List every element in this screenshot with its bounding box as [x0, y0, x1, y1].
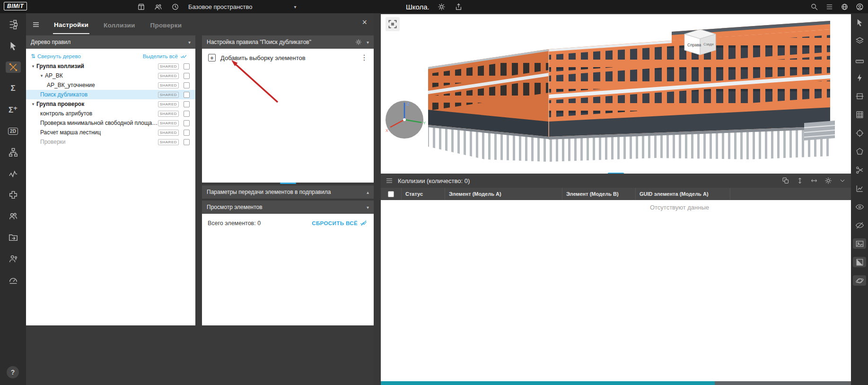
clash-run-icon[interactable]: [853, 72, 866, 83]
expand-caret-icon[interactable]: ▾: [30, 64, 36, 69]
account-icon[interactable]: [855, 2, 864, 11]
fit-columns-icon[interactable]: [810, 177, 818, 184]
panel-resize-handle[interactable]: [280, 183, 296, 184]
selection-box-icon[interactable]: [386, 17, 400, 31]
project-settings-gear-icon[interactable]: [437, 2, 447, 11]
table-settings-gear-icon[interactable]: [824, 177, 832, 184]
share-icon[interactable]: [454, 2, 464, 11]
panel-menu-icon[interactable]: [32, 21, 40, 28]
add-selection-label[interactable]: Добавить выборку элементов: [220, 54, 306, 61]
collapse-tree-link[interactable]: Свернуть дерево: [37, 53, 81, 59]
tab-collisions[interactable]: Коллизии: [103, 16, 136, 34]
row-checkbox[interactable]: [184, 82, 190, 88]
workspace-selector[interactable]: Базовое пространство ▾: [188, 0, 297, 13]
expand-caret-icon[interactable]: ▾: [30, 102, 36, 106]
hierarchy-icon[interactable]: [6, 147, 21, 158]
preview-section-header[interactable]: Просмотр элементов ▾: [202, 201, 374, 214]
workspace-icon[interactable]: [136, 2, 146, 11]
collapse-panel-icon[interactable]: [839, 177, 846, 184]
tree-row[interactable]: Расчет марша лестниц SHARED: [26, 128, 195, 137]
isolate-half-icon[interactable]: [853, 257, 866, 267]
section-box-icon[interactable]: [853, 91, 866, 101]
app-logo[interactable]: BIMiT: [4, 2, 27, 10]
duplicate-view-icon[interactable]: [782, 177, 789, 184]
tree-row[interactable]: ▾ Группа коллизий SHARED: [26, 61, 195, 71]
clash-detection-icon[interactable]: [6, 61, 21, 73]
row-checkbox[interactable]: [184, 130, 190, 136]
row-checkbox[interactable]: [184, 111, 190, 117]
history-icon[interactable]: [170, 2, 180, 11]
building-model[interactable]: [419, 20, 844, 171]
cursor-tool-icon[interactable]: [853, 17, 866, 27]
row-checkbox[interactable]: [184, 92, 190, 98]
cut-scissors-icon[interactable]: [853, 165, 866, 175]
sum-rules-icon[interactable]: Σ⁺: [6, 104, 21, 115]
chevron-down-icon[interactable]: ▾: [367, 205, 369, 210]
stats-chart-icon[interactable]: [853, 183, 866, 193]
area-select-icon[interactable]: [853, 146, 866, 157]
model-tree-icon[interactable]: [6, 19, 21, 30]
menu-list-icon[interactable]: [824, 2, 834, 11]
close-panel-icon[interactable]: ×: [362, 18, 367, 26]
screenshot-icon[interactable]: [853, 238, 866, 249]
navigation-cube[interactable]: Справа Сзади: [679, 25, 721, 59]
tree-row[interactable]: контроль атрибутов SHARED: [26, 109, 195, 118]
tab-checks[interactable]: Проверки: [149, 16, 183, 34]
rule-settings-header[interactable]: Настройка правила "Поиск дубликатов" ▾: [202, 35, 374, 49]
column-header[interactable]: Статус: [402, 188, 445, 200]
chevron-down-icon[interactable]: ▾: [367, 40, 369, 45]
select-all-link[interactable]: Выделить всё: [143, 53, 178, 59]
rule-gear-icon[interactable]: [355, 39, 362, 45]
tree-row[interactable]: Проверка минимальной свободной площади с…: [26, 118, 195, 128]
fit-rows-icon[interactable]: [796, 177, 804, 184]
ruler-icon[interactable]: [853, 54, 866, 64]
team-icon[interactable]: [153, 2, 163, 11]
tree-row-selected[interactable]: Поиск дубликатов SHARED: [26, 90, 195, 99]
show-elements-eye-icon[interactable]: [853, 201, 866, 212]
users-icon[interactable]: [6, 210, 21, 222]
axes-gizmo[interactable]: Z X Y: [381, 96, 428, 143]
double-check-icon[interactable]: [180, 53, 187, 60]
sum-icon[interactable]: Σ: [6, 83, 21, 94]
row-menu-dots-icon[interactable]: ⋮: [360, 54, 368, 61]
row-checkbox[interactable]: [184, 120, 190, 126]
activity-chart-icon[interactable]: [6, 168, 21, 179]
orbit-icon[interactable]: [853, 275, 866, 286]
locate-target-icon[interactable]: [853, 128, 866, 138]
row-checkbox[interactable]: [184, 63, 190, 70]
2d-view-icon[interactable]: 2D: [6, 125, 21, 137]
column-header[interactable]: Элемент (Модель B): [562, 188, 636, 200]
tree-row[interactable]: Проверки SHARED: [26, 137, 195, 147]
horizontal-scrollbar[interactable]: [381, 381, 851, 385]
hide-elements-eye-off-icon[interactable]: [853, 220, 866, 230]
expand-caret-icon[interactable]: ▾: [38, 73, 45, 78]
chevron-down-icon[interactable]: ▾: [188, 40, 191, 45]
select-tool-icon[interactable]: [6, 40, 21, 52]
row-checkbox[interactable]: [184, 139, 190, 145]
search-icon[interactable]: [809, 2, 819, 11]
grid-icon[interactable]: [853, 109, 866, 120]
add-selection-plus-icon[interactable]: +: [208, 54, 216, 61]
reset-all-link[interactable]: СБРОСИТЬ ВСЁ: [312, 219, 367, 227]
tree-row[interactable]: ▾ АР_ВК SHARED: [26, 71, 195, 80]
plugins-puzzle-icon[interactable]: [6, 189, 21, 201]
dashboard-gauge-icon[interactable]: [6, 274, 21, 286]
column-header[interactable]: Элемент (Модель A): [445, 188, 562, 200]
person-location-icon[interactable]: [6, 253, 21, 264]
scrollbar-thumb[interactable]: [381, 381, 715, 385]
select-all-checkbox[interactable]: [388, 191, 394, 197]
chevron-up-icon[interactable]: ▴: [367, 190, 369, 195]
layers-icon[interactable]: [853, 35, 866, 46]
globe-icon[interactable]: [840, 2, 849, 11]
collapse-tree-icon[interactable]: ⇅: [31, 53, 35, 60]
rules-tree-header[interactable]: Дерево правил ▾: [26, 35, 195, 49]
column-header[interactable]: GUID элемента (Модель A): [636, 188, 730, 200]
tab-settings[interactable]: Настройки: [53, 15, 89, 34]
tree-row[interactable]: ▾ Группа проверок SHARED: [26, 99, 195, 109]
params-section-header[interactable]: Параметры передачи элементов в подправил…: [202, 185, 374, 199]
collisions-menu-icon[interactable]: [386, 177, 393, 184]
row-checkbox[interactable]: [184, 101, 190, 107]
help-button[interactable]: ?: [7, 366, 19, 378]
tree-row[interactable]: АР_ВК_уточнение SHARED: [26, 80, 195, 90]
row-checkbox[interactable]: [184, 73, 190, 79]
